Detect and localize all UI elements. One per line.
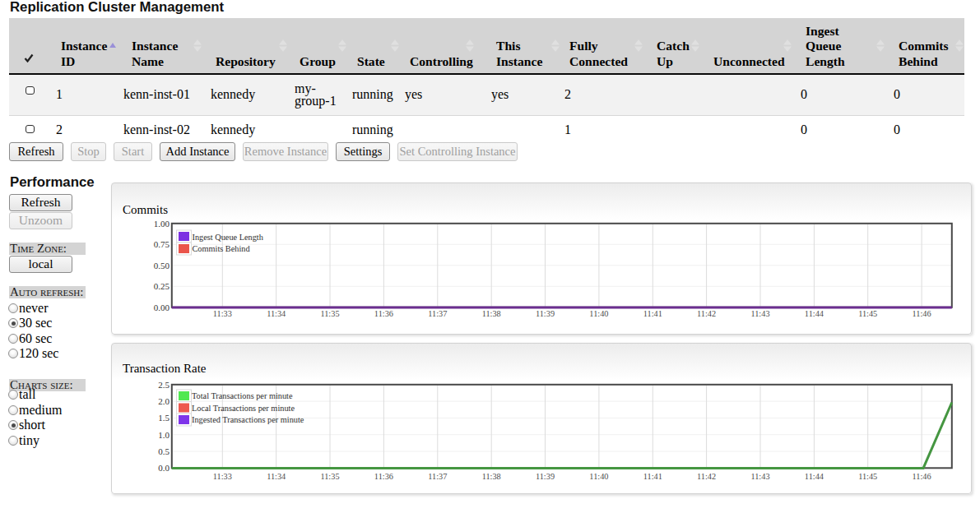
svg-text:11:42: 11:42 [697, 309, 716, 318]
svg-text:Total Transactions per minute: Total Transactions per minute [192, 391, 293, 400]
svg-text:11:40: 11:40 [589, 472, 608, 481]
svg-text:11:40: 11:40 [589, 309, 608, 318]
svg-text:11:37: 11:37 [428, 309, 447, 318]
svg-text:11:36: 11:36 [374, 309, 393, 318]
svg-text:Ingest Queue Length: Ingest Queue Length [193, 233, 264, 242]
svg-text:11:43: 11:43 [750, 472, 769, 481]
svg-text:11:44: 11:44 [805, 472, 824, 481]
svg-text:11:39: 11:39 [536, 309, 555, 318]
svg-text:2.0: 2.0 [158, 396, 170, 406]
svg-text:Local Transactions per minute: Local Transactions per minute [192, 404, 295, 413]
svg-text:11:44: 11:44 [805, 309, 824, 318]
svg-text:11:38: 11:38 [482, 309, 501, 318]
svg-text:11:34: 11:34 [267, 309, 286, 318]
svg-text:11:39: 11:39 [536, 472, 555, 481]
svg-text:1.5: 1.5 [158, 413, 170, 423]
svg-text:Commits Behind: Commits Behind [193, 244, 251, 253]
svg-text:0.00: 0.00 [154, 303, 170, 312]
svg-text:2.5: 2.5 [158, 380, 170, 390]
svg-text:11:35: 11:35 [320, 309, 339, 318]
svg-text:11:37: 11:37 [428, 472, 447, 481]
svg-text:Ingested Transactions per minu: Ingested Transactions per minute [192, 415, 304, 424]
svg-text:11:42: 11:42 [697, 472, 716, 481]
svg-text:0.5: 0.5 [158, 446, 170, 456]
svg-text:11:46: 11:46 [913, 309, 931, 318]
svg-text:11:46: 11:46 [913, 472, 931, 481]
svg-text:0.75: 0.75 [154, 239, 170, 249]
svg-text:11:35: 11:35 [320, 472, 339, 481]
svg-text:11:38: 11:38 [482, 472, 501, 481]
svg-text:11:33: 11:33 [213, 472, 232, 481]
svg-text:11:41: 11:41 [643, 472, 662, 481]
svg-text:11:45: 11:45 [858, 309, 877, 318]
svg-text:11:36: 11:36 [374, 472, 393, 481]
svg-text:11:43: 11:43 [750, 309, 769, 318]
svg-text:0.50: 0.50 [154, 261, 170, 270]
svg-text:11:34: 11:34 [267, 472, 286, 481]
svg-text:11:45: 11:45 [858, 472, 877, 481]
svg-text:0.0: 0.0 [158, 463, 170, 473]
svg-text:11:41: 11:41 [643, 309, 662, 318]
svg-text:0.25: 0.25 [154, 281, 170, 291]
svg-text:1.0: 1.0 [158, 430, 170, 440]
svg-text:1.00: 1.00 [154, 219, 170, 229]
svg-text:11:33: 11:33 [213, 309, 232, 318]
